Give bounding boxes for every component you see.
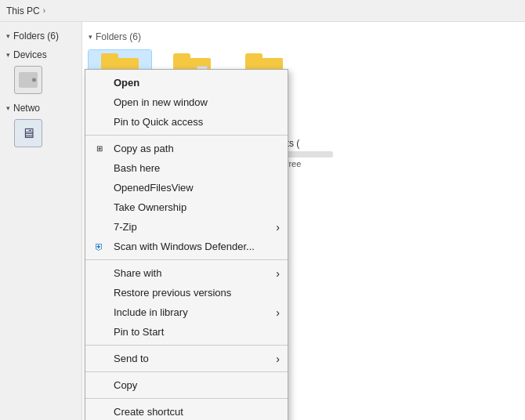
menu-item-pin-start[interactable]: Pin to Start xyxy=(85,322,288,342)
menu-item-scan-defender[interactable]: ⛨ Scan with Windows Defender... xyxy=(85,237,288,256)
menu-item-pin-quick[interactable]: Pin to Quick access xyxy=(85,112,288,132)
sidebar-network-label: Netwo xyxy=(13,103,40,114)
sidebar-section-network: ▾ Netwo 🖥 xyxy=(0,100,81,150)
menu-open-new-window-label: Open in new window xyxy=(114,96,208,108)
menu-take-ownership-label: Take Ownership xyxy=(114,201,186,213)
menu-item-7zip[interactable]: 7-Zip xyxy=(85,217,288,237)
menu-7zip-label: 7-Zip xyxy=(114,221,137,233)
menu-copy-label: Copy xyxy=(114,379,137,391)
context-menu: Open Open in new window Pin to Quick acc… xyxy=(85,69,288,420)
sidebar-header-network[interactable]: ▾ Netwo xyxy=(0,100,81,116)
menu-item-bash-here[interactable]: Bash here xyxy=(85,158,288,178)
folders-section-header: ▾ Folders (6) xyxy=(89,28,519,45)
menu-restore-prev-label: Restore previous versions xyxy=(114,287,231,299)
hdd-inner xyxy=(19,72,38,88)
menu-item-copy[interactable]: Copy xyxy=(85,375,288,395)
menu-item-include-library[interactable]: Include in library xyxy=(85,302,288,322)
sidebar-folders-label: Folders (6) xyxy=(13,31,59,42)
menu-separator-1 xyxy=(85,135,288,136)
underline-s: S xyxy=(114,267,121,279)
sidebar-header-devices[interactable]: ▾ Devices xyxy=(0,47,81,63)
menu-pin-start-label: Pin to Start xyxy=(114,326,164,338)
folders-arrow: ▾ xyxy=(89,33,92,41)
network-device-icon: 🖥 xyxy=(14,119,42,147)
sidebar: ▾ Folders (6) ▾ Devices ▾ Netwo 🖥 xyxy=(0,22,82,420)
menu-icon-copypath: ⊞ xyxy=(92,141,107,157)
underline-send: S xyxy=(114,353,121,364)
menu-separator-3 xyxy=(85,345,288,346)
folders-header-label: Folders (6) xyxy=(96,31,141,42)
sidebar-devices-label: Devices xyxy=(13,49,47,60)
arrow-devices: ▾ xyxy=(6,51,10,59)
menu-share-with-label: Share with xyxy=(114,267,161,279)
breadcrumb: This PC › xyxy=(6,5,45,16)
monitor-icon xyxy=(14,66,42,94)
menu-separator-2 xyxy=(85,259,288,260)
sidebar-item-monitor[interactable] xyxy=(0,63,81,97)
menu-opened-files-label: OpenedFilesView xyxy=(114,182,194,194)
menu-pin-quick-label: Pin to Quick access xyxy=(114,116,203,128)
menu-separator-4 xyxy=(85,371,288,372)
breadcrumb-chevron: › xyxy=(43,6,45,15)
menu-scan-defender-label: Scan with Windows Defender... xyxy=(114,241,255,252)
menu-item-copy-path[interactable]: ⊞ Copy as path xyxy=(85,139,288,158)
menu-separator-5 xyxy=(85,398,288,399)
menu-bash-here-label: Bash here xyxy=(114,162,160,174)
title-bar: This PC › xyxy=(0,0,525,22)
arrow-network: ▾ xyxy=(6,104,10,112)
sidebar-item-network-device[interactable]: 🖥 xyxy=(0,116,81,150)
menu-item-share-with[interactable]: Share with xyxy=(85,263,288,283)
menu-open-label: Open xyxy=(114,77,139,89)
underline-v: v xyxy=(194,287,199,299)
scan-defender-icon: ⛨ xyxy=(92,239,107,255)
main-content: ▾ Folders (6) ▾ Devices ▾ Netwo 🖥 xyxy=(0,22,525,420)
menu-item-open-new-window[interactable]: Open in new window xyxy=(85,92,288,112)
menu-item-open[interactable]: Open xyxy=(85,73,288,92)
menu-send-to-label: Send to xyxy=(114,353,149,364)
breadcrumb-thispc[interactable]: This PC xyxy=(6,5,40,16)
sidebar-section-folders: ▾ Folders (6) xyxy=(0,28,81,44)
sidebar-section-devices: ▾ Devices xyxy=(0,47,81,97)
menu-item-restore-prev[interactable]: Restore previous versions xyxy=(85,283,288,302)
menu-item-create-shortcut[interactable]: Create shortcut xyxy=(85,402,288,420)
underline-a: a xyxy=(140,143,146,154)
arrow-folders: ▾ xyxy=(6,32,10,40)
menu-item-opened-files[interactable]: OpenedFilesView xyxy=(85,178,288,197)
menu-include-library-label: Include in library xyxy=(114,306,188,318)
menu-copy-path-label: Copy as path xyxy=(114,143,174,154)
menu-create-shortcut-label: Create shortcut xyxy=(114,406,183,418)
sidebar-header-folders[interactable]: ▾ Folders (6) xyxy=(0,28,81,44)
menu-item-take-ownership[interactable]: Take Ownership xyxy=(85,197,288,217)
menu-item-send-to[interactable]: Send to xyxy=(85,349,288,368)
